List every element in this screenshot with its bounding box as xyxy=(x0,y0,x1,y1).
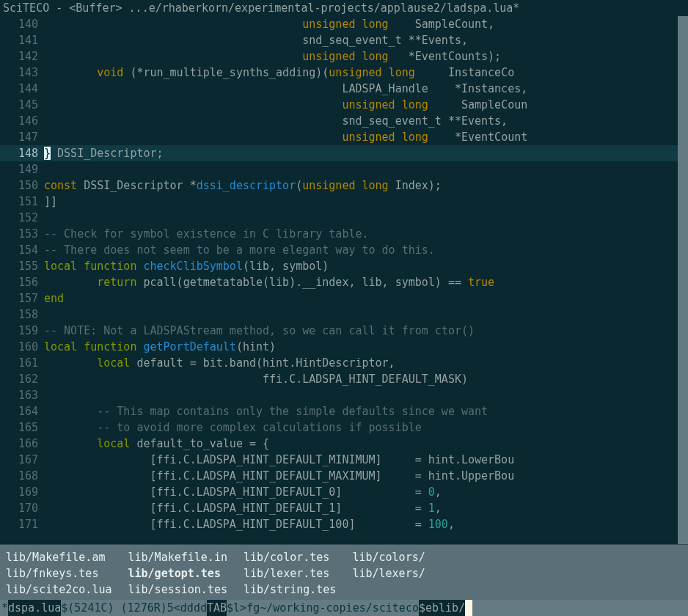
code-line[interactable]: 170 [ffi.C.LADSPA_HINT_DEFAULT_1] = 1, xyxy=(0,500,688,516)
code-line[interactable]: 149 xyxy=(0,161,688,177)
completion-item[interactable]: lib/Makefile.in xyxy=(128,549,227,565)
completion-item[interactable]: lib/getopt.tes xyxy=(128,565,227,582)
line-number: 162 xyxy=(0,371,44,387)
code-line[interactable]: 155local function checkClibSymbol(lib, s… xyxy=(0,258,688,274)
code-line[interactable]: 150const DSSI_Descriptor *dssi_descripto… xyxy=(0,177,688,194)
line-number: 154 xyxy=(0,242,44,258)
code-line[interactable]: 157end xyxy=(0,290,688,307)
completion-item[interactable]: lib/colors/ xyxy=(352,549,425,565)
line-number: 147 xyxy=(0,129,44,145)
code-line[interactable]: 151]] xyxy=(0,194,688,210)
code-content xyxy=(44,161,688,177)
code-content: [ffi.C.LADSPA_HINT_DEFAULT_0] = 0, xyxy=(44,484,688,500)
completion-item[interactable]: lib/color.tes xyxy=(244,549,336,565)
line-number: 140 xyxy=(0,16,44,32)
line-number: 144 xyxy=(0,81,44,97)
completion-item[interactable]: lib/fnkeys.tes xyxy=(6,565,112,582)
line-number: 163 xyxy=(0,387,44,403)
line-number: 161 xyxy=(0,355,44,371)
code-line[interactable]: 144 LADSPA_Handle *Instances, xyxy=(0,81,688,97)
code-line[interactable]: 163 xyxy=(0,387,688,403)
code-line[interactable]: 165 -- to avoid more complex calculation… xyxy=(0,419,688,436)
code-line[interactable]: 141 snd_seq_event_t **Events, xyxy=(0,32,688,48)
scrollbar[interactable] xyxy=(678,16,688,544)
line-number: 148 xyxy=(0,145,44,161)
completion-item[interactable]: lib/session.tes xyxy=(128,582,227,598)
line-number: 159 xyxy=(0,323,44,339)
code-line[interactable]: 154-- There does not seem to be a more e… xyxy=(0,242,688,258)
completion-column: lib/colors/lib/lexers/ xyxy=(352,549,441,598)
line-number: 142 xyxy=(0,48,44,65)
line-number: 155 xyxy=(0,258,44,274)
status-tab-indicator: TAB xyxy=(207,600,227,616)
completion-column: lib/Makefile.inlib/getopt.teslib/session… xyxy=(128,549,244,598)
code-line[interactable]: 161 local default = bit.band(hint.HintDe… xyxy=(0,355,688,371)
completion-item[interactable]: lib/string.tes xyxy=(244,582,336,598)
code-content: LADSPA_Handle *Instances, xyxy=(44,81,688,97)
code-line[interactable]: 160local function getPortDefault(hint) xyxy=(0,339,688,355)
line-number: 158 xyxy=(0,307,44,323)
code-line[interactable]: 158 xyxy=(0,307,688,323)
code-line[interactable]: 164 -- This map contains only the simple… xyxy=(0,403,688,419)
completion-item[interactable]: lib/lexer.tes xyxy=(244,565,336,582)
line-number: 169 xyxy=(0,484,44,500)
code-content: return pcall(getmetatable(lib).__index, … xyxy=(44,274,688,290)
code-content: -- NOTE: Not a LADSPAStream method, so w… xyxy=(44,323,688,339)
completion-item[interactable]: lib/scite2co.lua xyxy=(6,582,112,598)
code-line[interactable]: 162 ffi.C.LADSPA_HINT_DEFAULT_MASK) xyxy=(0,371,688,387)
code-line[interactable]: 168 [ffi.C.LADSPA_HINT_DEFAULT_MAXIMUM] … xyxy=(0,468,688,484)
code-line[interactable]: 156 return pcall(getmetatable(lib).__ind… xyxy=(0,274,688,290)
line-number: 143 xyxy=(0,65,44,81)
code-content: ffi.C.LADSPA_HINT_DEFAULT_MASK) xyxy=(44,371,688,387)
code-content: end xyxy=(44,290,688,307)
code-line[interactable]: 153-- Check for symbol existence in C li… xyxy=(0,226,688,242)
code-line[interactable]: 159-- NOTE: Not a LADSPAStream method, s… xyxy=(0,323,688,339)
code-content: } DSSI_Descriptor; xyxy=(44,145,688,161)
code-content xyxy=(44,210,688,226)
line-number: 152 xyxy=(0,210,44,226)
code-content: void (*run_multiple_synths_adding)(unsig… xyxy=(44,65,688,81)
completion-panel: lib/Makefile.amlib/fnkeys.teslib/scite2c… xyxy=(0,544,688,600)
code-line[interactable]: 145 unsigned long SampleCoun xyxy=(0,97,688,113)
code-line[interactable]: 148} DSSI_Descriptor; xyxy=(0,145,688,161)
code-content xyxy=(44,307,688,323)
line-number: 168 xyxy=(0,468,44,484)
line-number: 151 xyxy=(0,194,44,210)
code-content: local default = bit.band(hint.HintDescri… xyxy=(44,355,688,371)
code-content: [ffi.C.LADSPA_HINT_DEFAULT_MAXIMUM] = hi… xyxy=(44,468,688,484)
completion-column: lib/Makefile.amlib/fnkeys.teslib/scite2c… xyxy=(6,549,128,598)
code-line[interactable]: 152 xyxy=(0,210,688,226)
code-content: snd_seq_event_t **Events, xyxy=(44,32,688,48)
code-line[interactable]: 171 [ffi.C.LADSPA_HINT_DEFAULT_100] = 10… xyxy=(0,516,688,532)
code-content: -- There does not seem to be a more eleg… xyxy=(44,242,688,258)
line-number: 157 xyxy=(0,290,44,307)
code-content: local default_to_value = { xyxy=(44,436,688,452)
completion-item[interactable] xyxy=(352,582,425,598)
code-line[interactable]: 167 [ffi.C.LADSPA_HINT_DEFAULT_MINIMUM] … xyxy=(0,452,688,468)
code-content: [ffi.C.LADSPA_HINT_DEFAULT_MINIMUM] = hi… xyxy=(44,452,688,468)
code-line[interactable]: 146 snd_seq_event_t **Events, xyxy=(0,113,688,129)
line-number: 171 xyxy=(0,516,44,532)
status-position: $(5241C) (1276R)5<dddd xyxy=(61,600,207,616)
completion-item[interactable]: lib/Makefile.am xyxy=(6,549,112,565)
code-line[interactable]: 169 [ffi.C.LADSPA_HINT_DEFAULT_0] = 0, xyxy=(0,484,688,500)
code-line[interactable]: 147 unsigned long *EventCount xyxy=(0,129,688,145)
code-line[interactable]: 143 void (*run_multiple_synths_adding)(u… xyxy=(0,65,688,81)
completion-item[interactable]: lib/lexers/ xyxy=(352,565,425,582)
line-number: 150 xyxy=(0,177,44,194)
line-number: 170 xyxy=(0,500,44,516)
code-line[interactable]: 142 unsigned long *EventCounts); xyxy=(0,48,688,65)
code-content: snd_seq_event_t **Events, xyxy=(44,113,688,129)
status-filename: dspa.lua xyxy=(8,600,61,616)
code-content: const DSSI_Descriptor *dssi_descriptor(u… xyxy=(44,177,688,194)
code-content: ]] xyxy=(44,194,688,210)
code-line[interactable]: 166 local default_to_value = { xyxy=(0,436,688,452)
code-line[interactable]: 140 unsigned long SampleCount, xyxy=(0,16,688,32)
line-number: 153 xyxy=(0,226,44,242)
code-content: [ffi.C.LADSPA_HINT_DEFAULT_1] = 1, xyxy=(44,500,688,516)
code-content: unsigned long SampleCoun xyxy=(44,97,688,113)
line-number: 165 xyxy=(0,419,44,436)
editor-area[interactable]: 140 unsigned long SampleCount,141 snd_se… xyxy=(0,16,688,544)
status-bar: *dspa.lua$(5241C) (1276R)5<ddddTAB$l>fg~… xyxy=(0,600,688,616)
code-content: unsigned long *EventCount xyxy=(44,129,688,145)
